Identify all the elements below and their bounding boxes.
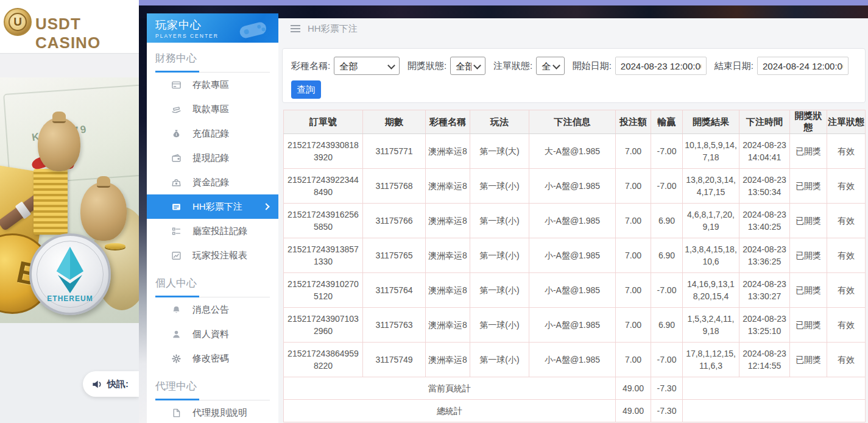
sidebar-item-hh-lottery-bets[interactable]: HH彩票下注 bbox=[147, 194, 278, 219]
table-header-row: 訂單號 期數 彩種名稱 玩法 下注信息 投注額 輸贏 開獎結果 下注時間 開獎狀… bbox=[284, 110, 866, 134]
table-row: 2152172439162565850 31175766 澳洲幸运8 第一球(小… bbox=[284, 204, 866, 238]
section-agent: 代理中心 bbox=[147, 371, 278, 400]
players-center-header: 玩家中心 PLAYERS CENTER bbox=[147, 13, 278, 43]
table-cell: 2024-08-23 14:04:41 bbox=[739, 134, 790, 169]
table-cell: 2152172438649598220 bbox=[284, 343, 363, 377]
sidebar-item-label: 充值記錄 bbox=[192, 128, 229, 140]
list-check-icon bbox=[171, 226, 182, 236]
table-cell: 小-A盤@1.985 bbox=[529, 273, 616, 308]
news-ticker[interactable]: 快訊: bbox=[83, 371, 139, 397]
query-button[interactable]: 查詢 bbox=[291, 80, 321, 99]
summary-winloss-total: -7.30 bbox=[651, 377, 683, 400]
sidebar-item-label: 個人資料 bbox=[192, 329, 229, 340]
table-cell: 6.90 bbox=[651, 308, 683, 343]
summary-bet-total: 49.00 bbox=[616, 400, 651, 422]
sidebar-item-agent-rules[interactable]: 代理規則說明 bbox=[147, 400, 278, 423]
sidebar-item-label: 提現記錄 bbox=[192, 152, 229, 164]
table-cell: 10,1,8,5,9,14,7,18 bbox=[683, 134, 739, 169]
summary-label: 當前頁統計 bbox=[284, 377, 616, 400]
table-cell: 7.00 bbox=[616, 273, 651, 308]
sidebar-item-withdrawal-record[interactable]: 提現記錄 bbox=[147, 146, 278, 170]
table-cell: 澳洲幸运8 bbox=[426, 308, 470, 343]
sidebar-item-fund-record[interactable]: 資金記錄 bbox=[147, 170, 278, 194]
background-strip bbox=[139, 0, 147, 423]
ethereum-diamond-icon bbox=[53, 246, 87, 294]
table-cell: 2152172439102705120 bbox=[284, 273, 363, 308]
col-header: 下注信息 bbox=[529, 110, 616, 134]
sidebar-item-label: 取款專區 bbox=[192, 104, 229, 115]
sidebar-item-label: 代理規則說明 bbox=[192, 407, 247, 419]
document-icon bbox=[171, 408, 182, 418]
sidebar-item-withdraw[interactable]: 取款專區 bbox=[147, 97, 278, 121]
table-cell: 有效 bbox=[827, 343, 866, 377]
sidebar-item-change-password[interactable]: 修改密碼 bbox=[147, 346, 278, 371]
table-cell: 澳洲幸运8 bbox=[426, 238, 470, 273]
report-chart-icon bbox=[171, 251, 182, 261]
table-cell: 第一球(小) bbox=[470, 238, 529, 273]
ethereum-icon: ETHEREUM bbox=[29, 233, 111, 315]
table-cell: 已開獎 bbox=[790, 308, 827, 343]
table-cell: 2152172439138571330 bbox=[284, 238, 363, 273]
filter-row: 彩種名稱: 全部 開獎狀態: 全部 注單狀態: 全部 開始日期: 結束日期: bbox=[291, 57, 856, 75]
col-header: 開獎狀態 bbox=[790, 110, 827, 134]
table-cell: 澳洲幸运8 bbox=[426, 204, 470, 238]
section-title: 代理中心 bbox=[155, 379, 270, 393]
sidebar-item-room-bet-record[interactable]: 廳室投註記錄 bbox=[147, 219, 278, 243]
section-title: 財務中心 bbox=[155, 51, 270, 65]
sidebar-item-label: 玩家投注報表 bbox=[192, 250, 247, 261]
table-cell: 澳洲幸运8 bbox=[426, 343, 470, 377]
table-cell: 1,3,8,4,15,18,10,6 bbox=[683, 238, 739, 273]
col-header: 下注時間 bbox=[739, 110, 790, 134]
table-cell: 已開獎 bbox=[790, 273, 827, 308]
table-cell: 7.00 bbox=[616, 204, 651, 238]
start-date-input[interactable] bbox=[615, 57, 707, 75]
table-cell: 31175764 bbox=[363, 273, 426, 308]
brand-logo[interactable]: U USDT CASINO bbox=[0, 0, 139, 54]
lottery-name-select[interactable]: 全部 bbox=[334, 57, 400, 75]
lottery-name-select-wrap: 全部 bbox=[334, 57, 400, 75]
table-row: 2152172438649598220 31175749 澳洲幸运8 第一球(小… bbox=[284, 343, 866, 377]
sidebar-item-announcements[interactable]: 消息公告 bbox=[147, 297, 278, 322]
sidebar-item-deposit[interactable]: 存款專區 bbox=[147, 73, 278, 97]
col-header: 注單狀態 bbox=[827, 110, 866, 134]
coin-stack-decoration bbox=[34, 169, 68, 235]
table-row: 2152172439071032960 31175763 澳洲幸运8 第一球(小… bbox=[284, 308, 866, 343]
table-cell: 第一球(小) bbox=[470, 169, 529, 204]
table-cell: 有效 bbox=[827, 308, 866, 343]
table-row: 2152172439308183920 31175771 澳洲幸运8 第一球(大… bbox=[284, 134, 866, 169]
sidebar-item-label: 修改密碼 bbox=[192, 353, 229, 364]
table-cell: 7.00 bbox=[616, 308, 651, 343]
table-cell: 第一球(小) bbox=[470, 343, 529, 377]
summary-bet-total: 49.00 bbox=[616, 377, 651, 400]
table-row: 2152172439138571330 31175765 澳洲幸运8 第一球(小… bbox=[284, 238, 866, 273]
page-title: HH彩票下注 bbox=[308, 23, 358, 35]
menu-toggle-icon[interactable] bbox=[291, 25, 300, 32]
table-cell: 7.00 bbox=[616, 343, 651, 377]
table-cell: 2024-08-23 13:40:25 bbox=[739, 204, 790, 238]
table-cell: 第一球(小) bbox=[470, 204, 529, 238]
money-bag-icon bbox=[80, 182, 127, 241]
ethereum-label: ETHEREUM bbox=[32, 294, 108, 303]
table-cell: 7.00 bbox=[616, 134, 651, 169]
start-date-label: 開始日期: bbox=[573, 60, 612, 72]
table-cell: 2024-08-23 13:36:25 bbox=[739, 238, 790, 273]
spacer bbox=[0, 54, 139, 77]
deposit-card-icon bbox=[171, 80, 182, 90]
table-cell: 2152172439071032960 bbox=[284, 308, 363, 343]
summary-empty bbox=[683, 400, 866, 422]
promo-image: KB46279 B ETHEREUM bbox=[0, 77, 139, 323]
sidebar-item-player-bet-report[interactable]: 玩家投注報表 bbox=[147, 243, 278, 268]
table-cell: 澳洲幸运8 bbox=[426, 273, 470, 308]
table-cell: 有效 bbox=[827, 134, 866, 169]
col-header: 彩種名稱 bbox=[426, 110, 470, 134]
draw-status-select[interactable]: 全部 bbox=[450, 57, 485, 75]
sidebar-item-label: 消息公告 bbox=[192, 304, 229, 316]
sidebar-item-recharge-record[interactable]: 充值記錄 bbox=[147, 121, 278, 146]
table-cell: 31175766 bbox=[363, 204, 426, 238]
money-bag-icon bbox=[171, 129, 182, 139]
person-icon bbox=[171, 329, 182, 339]
sidebar-item-profile[interactable]: 個人資料 bbox=[147, 322, 278, 346]
order-status-select-wrap: 全部 bbox=[536, 57, 564, 75]
end-date-input[interactable] bbox=[757, 57, 849, 75]
order-status-select[interactable]: 全部 bbox=[536, 57, 564, 75]
